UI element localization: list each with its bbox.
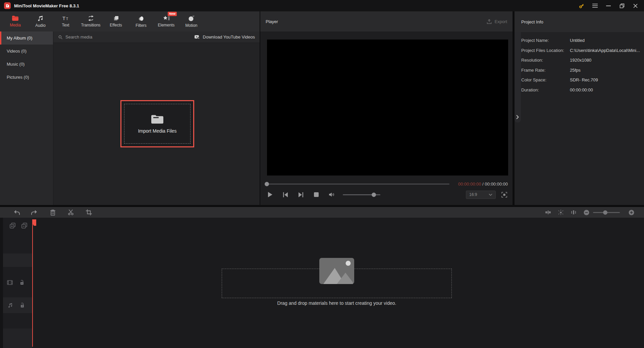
tab-label: Filters xyxy=(136,23,147,28)
tab-filters[interactable]: Filters xyxy=(128,13,154,30)
new-badge: New xyxy=(168,12,177,16)
tab-label: Elements xyxy=(158,23,174,27)
import-media-dropzone[interactable]: Import Media Files xyxy=(120,100,194,147)
timeline-zoom-slider[interactable] xyxy=(593,212,620,213)
project-row: Duration: 00:00:00:00 xyxy=(521,85,644,95)
zoom-out-button[interactable] xyxy=(583,209,590,216)
rail-band xyxy=(3,254,33,267)
export-label: Export xyxy=(494,19,507,24)
timeline-zoom-handle[interactable] xyxy=(603,210,607,215)
snap-icon[interactable] xyxy=(557,209,564,216)
sidebar-item-pictures[interactable]: Pictures (0) xyxy=(0,71,53,84)
sidebar-item-music[interactable]: Music (0) xyxy=(0,58,53,71)
project-row-label: Resolution: xyxy=(521,58,570,63)
player-header: Player Export xyxy=(260,11,513,31)
media-library: Download YouTube Videos Import Media Fil… xyxy=(53,31,260,205)
image-placeholder-icon[interactable] xyxy=(319,258,354,285)
crop-icon xyxy=(86,209,92,215)
elements-star-icon xyxy=(163,15,170,21)
motion-icon xyxy=(188,15,195,21)
next-frame-button[interactable] xyxy=(296,191,306,199)
sidebar-item-my-album[interactable]: My Album (0) xyxy=(0,31,53,45)
crop-button[interactable] xyxy=(86,209,92,216)
tab-label: Text xyxy=(62,23,69,27)
media-folder-icon xyxy=(12,15,19,21)
zoom-in-button[interactable] xyxy=(628,209,635,216)
search-input[interactable] xyxy=(65,34,166,40)
panel-expand-handle[interactable] xyxy=(515,32,521,123)
seek-row: 00:00:00:00 / 00:00:00:00 xyxy=(265,181,508,187)
project-row: Frame Rate: 25fps xyxy=(521,65,644,75)
player-title: Player xyxy=(266,19,278,24)
redo-button[interactable] xyxy=(31,209,38,216)
menu-icon[interactable] xyxy=(592,3,598,8)
tab-audio[interactable]: Audio xyxy=(28,13,53,30)
redo-icon xyxy=(31,210,38,215)
fullscreen-icon xyxy=(501,192,507,198)
export-button[interactable]: Export xyxy=(487,19,507,24)
tab-label: Media xyxy=(10,23,21,27)
audio-note-icon xyxy=(37,15,44,21)
fullscreen-button[interactable] xyxy=(500,191,508,198)
fit-timeline-glyph xyxy=(571,210,577,215)
filmstrip-icon xyxy=(7,280,13,285)
license-key-icon[interactable] xyxy=(579,3,584,8)
transitions-icon xyxy=(88,15,94,21)
app-logo-icon xyxy=(4,2,11,9)
volume-button[interactable] xyxy=(327,191,337,199)
video-preview[interactable] xyxy=(267,40,508,176)
export-icon xyxy=(487,19,492,24)
previous-frame-button[interactable] xyxy=(280,191,290,199)
import-folder-icon xyxy=(151,114,164,124)
project-row-label: Project Files Location: xyxy=(521,48,570,53)
music-note-icon xyxy=(8,303,13,308)
timeline-gutter xyxy=(0,218,3,348)
project-row-value: C:\Users\tinka\AppData\Local\Mini... xyxy=(570,48,640,53)
tab-effects[interactable]: Effects xyxy=(103,13,128,30)
import-media-inner: Import Media Files xyxy=(124,104,191,144)
zoom-out-icon xyxy=(584,210,589,215)
project-row: Resolution: 1920x1080 xyxy=(521,55,644,65)
sidebar-item-videos[interactable]: Videos (0) xyxy=(0,45,53,58)
restore-button[interactable] xyxy=(619,3,625,8)
stop-button[interactable] xyxy=(311,191,321,199)
tab-transitions[interactable]: Transitions xyxy=(78,13,103,30)
volume-slider[interactable] xyxy=(343,194,380,195)
time-display: 00:00:00:00 / 00:00:00:00 xyxy=(458,182,508,187)
tab-motion[interactable]: Motion xyxy=(179,13,204,30)
seek-bar[interactable] xyxy=(265,184,449,185)
project-info-rows: Project Name: Untitled Project Files Loc… xyxy=(515,32,644,95)
download-youtube-button[interactable]: Download YouTube Videos xyxy=(195,34,255,40)
unlock-icon xyxy=(20,302,24,308)
tab-elements[interactable]: New Elements xyxy=(154,13,179,30)
remove-track-icon xyxy=(21,223,27,228)
play-button[interactable] xyxy=(265,191,275,199)
window-controls xyxy=(579,3,644,8)
tab-label: Transitions xyxy=(81,23,100,27)
filters-icon xyxy=(138,15,144,21)
close-button[interactable] xyxy=(633,3,638,8)
undo-button[interactable] xyxy=(13,209,20,216)
tab-media[interactable]: Media xyxy=(3,13,28,30)
total-time: 00:00:00:00 xyxy=(485,182,508,187)
fit-timeline-icon[interactable] xyxy=(570,209,577,216)
playhead-line[interactable] xyxy=(32,219,33,347)
rail-band xyxy=(3,313,33,329)
tab-text[interactable]: TT Text xyxy=(53,13,78,30)
audio-track-lock-button[interactable] xyxy=(19,302,25,308)
remove-track-button[interactable] xyxy=(21,222,27,228)
seek-handle[interactable] xyxy=(265,182,269,186)
project-row: Project Files Location: C:\Users\tinka\A… xyxy=(521,46,644,56)
zoom-in-icon xyxy=(629,210,634,215)
svg-text:T: T xyxy=(62,15,65,21)
project-row-label: Frame Rate: xyxy=(521,68,570,73)
track-edit-icon[interactable] xyxy=(545,209,551,216)
video-track-lock-button[interactable] xyxy=(19,279,24,285)
youtube-download-icon xyxy=(195,35,200,40)
volume-handle[interactable] xyxy=(372,193,376,197)
delete-button[interactable] xyxy=(49,209,56,216)
aspect-ratio-select[interactable]: 16:9 xyxy=(466,191,496,199)
minimize-button[interactable] xyxy=(606,3,611,8)
split-button[interactable] xyxy=(67,209,74,216)
add-track-button[interactable] xyxy=(10,222,15,228)
